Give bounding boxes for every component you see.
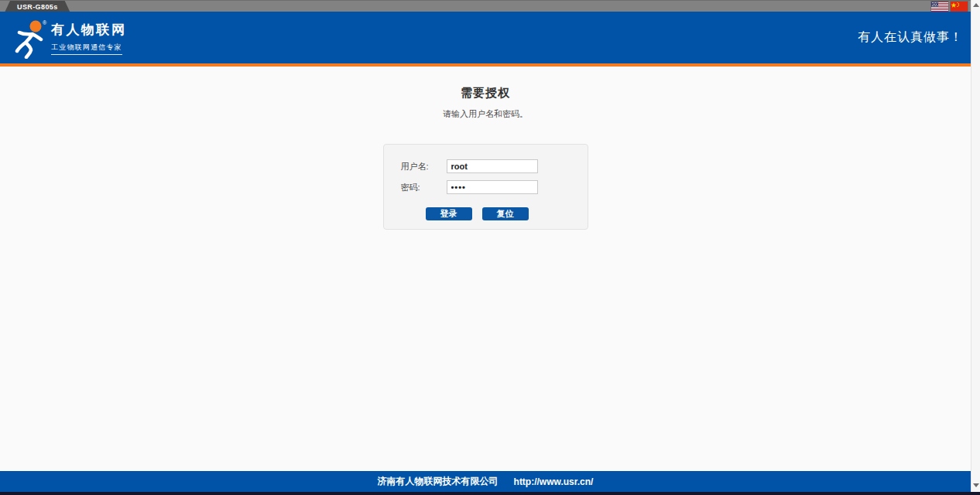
site-footer: 济南有人物联网技术有限公司 http://www.usr.cn/ <box>0 471 971 492</box>
vertical-scrollbar[interactable] <box>971 0 980 492</box>
brand-text: 有人物联网 工业物联网通信专家 <box>51 21 127 55</box>
login-card: 用户名: 密码: 登录 复位 <box>383 144 588 230</box>
brand-tagline: 工业物联网通信专家 <box>51 43 122 55</box>
header-slogan: 有人在认真做事！ <box>858 29 963 46</box>
page-title: 需要授权 <box>461 86 510 101</box>
language-flags <box>931 2 968 12</box>
cn-flag-icon[interactable] <box>951 2 968 12</box>
password-label: 密码: <box>401 182 447 193</box>
screen: USR-G805s <box>0 0 980 495</box>
footer-company: 济南有人物联网技术有限公司 <box>378 475 499 488</box>
username-label: 用户名: <box>401 161 447 172</box>
usr-logo-icon: ® <box>12 19 48 59</box>
scrollbar-up-arrow[interactable] <box>973 3 979 7</box>
password-row: 密码: <box>401 180 588 194</box>
page-subtitle: 请输入用户名和密码。 <box>443 108 528 120</box>
window-bottom-edge <box>0 492 980 495</box>
us-flag-icon[interactable] <box>931 2 948 12</box>
site-header: ® 有人物联网 工业物联网通信专家 有人在认真做事！ <box>0 12 971 63</box>
reset-button[interactable]: 复位 <box>482 207 529 220</box>
username-row: 用户名: <box>401 159 588 173</box>
password-input[interactable] <box>447 180 538 194</box>
form-buttons: 登录 复位 <box>426 207 588 220</box>
brand[interactable]: ® 有人物联网 工业物联网通信专家 <box>12 17 127 59</box>
username-input[interactable] <box>447 159 538 173</box>
svg-text:®: ® <box>43 20 47 26</box>
login-button[interactable]: 登录 <box>426 207 472 220</box>
main-content: 需要授权 请输入用户名和密码。 用户名: 密码: 登录 复位 <box>0 67 971 471</box>
footer-url[interactable]: http://www.usr.cn/ <box>514 476 594 487</box>
brand-name: 有人物联网 <box>51 21 127 39</box>
scrollbar-down-arrow[interactable] <box>973 483 979 487</box>
browser-tab[interactable]: USR-G805s <box>5 1 70 12</box>
tab-title: USR-G805s <box>17 3 58 11</box>
browser-topbar: USR-G805s <box>0 0 971 12</box>
